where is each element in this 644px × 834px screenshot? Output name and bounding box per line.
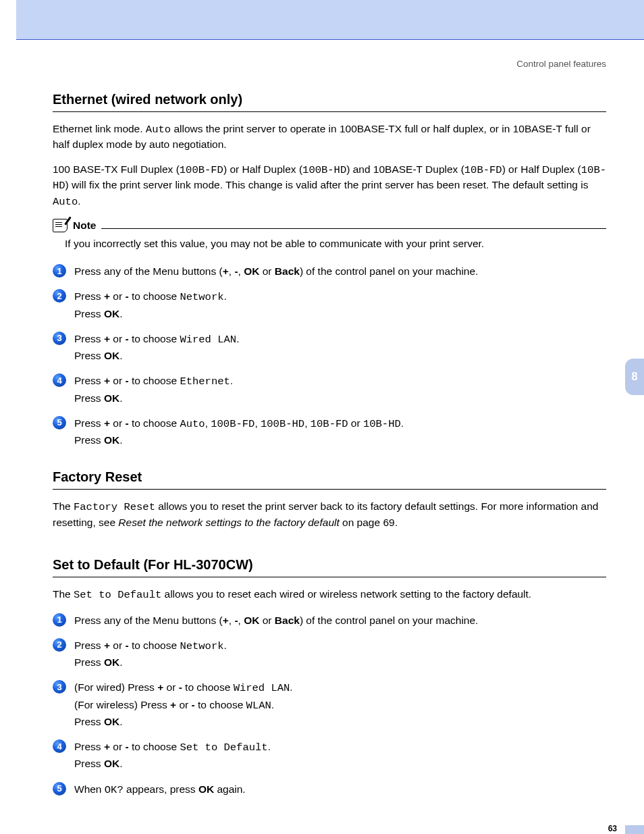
- ethernet-steps: 1 Press any of the Menu buttons (+, -, O…: [53, 263, 606, 448]
- text: .: [401, 417, 404, 429]
- text: or: [110, 417, 125, 429]
- code: Wired LAN: [234, 682, 290, 694]
- text: appears, press: [124, 783, 198, 795]
- step-4: 4 Press + or - to choose Set to Default.…: [53, 739, 606, 772]
- text: ) and 10BASE-T Duplex (: [346, 163, 464, 175]
- factory-para: The Factory Reset allows you to reset th…: [53, 499, 606, 530]
- text: to choose: [129, 333, 180, 344]
- text: OK: [104, 716, 119, 727]
- text: OK: [104, 308, 119, 319]
- rule: [53, 577, 606, 577]
- chapter-tab: 8: [625, 359, 644, 395]
- text: .: [78, 195, 80, 207]
- text: ) will fix the print server link mode. T…: [65, 179, 589, 190]
- code: Ethernet: [180, 375, 230, 388]
- text: .: [119, 716, 122, 727]
- step-2: 2 Press + or - to choose Network. Press …: [53, 288, 606, 321]
- text: or: [176, 699, 191, 710]
- step-body: Press + or - to choose Network. Press OK…: [74, 637, 227, 671]
- text: +: [104, 640, 110, 651]
- text: The: [53, 588, 74, 600]
- ethernet-para-2: 100 BASE-TX Full Duplex (100B-FD) or Hal…: [53, 162, 606, 209]
- text: ,: [238, 265, 244, 277]
- text: ) of the control panel on your machine.: [300, 615, 479, 626]
- step-1: 1 Press any of the Menu buttons (+, -, O…: [53, 263, 606, 279]
- step-body: Press + or - to choose Ethernet. Press O…: [74, 373, 233, 406]
- page-number: 63: [608, 824, 617, 833]
- text: .: [224, 290, 227, 302]
- code: 10B-FD: [311, 418, 348, 430]
- code: Auto: [180, 418, 205, 430]
- text: .: [119, 656, 122, 668]
- step-5: 5 Press + or - to choose Auto, 100B-FD, …: [53, 415, 606, 448]
- code: 100B-FD: [180, 164, 223, 176]
- text: ,: [238, 615, 244, 626]
- step-number-icon: 1: [53, 613, 66, 627]
- rule: [53, 111, 606, 112]
- text: to choose: [182, 681, 234, 693]
- code: Set to Default: [180, 741, 267, 754]
- text: Press: [74, 417, 104, 429]
- text: +: [104, 741, 110, 752]
- text: .: [271, 699, 274, 710]
- step-body: Press + or - to choose Auto, 100B-FD, 10…: [74, 415, 404, 448]
- step-4: 4 Press + or - to choose Ethernet. Press…: [53, 373, 606, 406]
- text: to choose: [195, 699, 246, 710]
- code: Factory Reset: [74, 501, 155, 513]
- note-rule: [101, 228, 606, 229]
- text: Press: [74, 656, 104, 668]
- step-body: Press + or - to choose Network. Press OK…: [74, 288, 227, 321]
- text: Press: [74, 716, 104, 727]
- text: or: [259, 265, 274, 277]
- text: OK: [104, 656, 119, 668]
- code: Wired LAN: [180, 334, 236, 346]
- text: .: [119, 758, 122, 769]
- text: ,: [205, 417, 211, 429]
- text: Press: [74, 290, 104, 302]
- code: Set to Default: [74, 589, 161, 601]
- text: OK: [244, 615, 259, 626]
- heading-ethernet: Ethernet (wired network only): [53, 92, 606, 107]
- text: OK: [104, 758, 119, 769]
- text: to choose: [129, 290, 180, 302]
- text: (For wired) Press: [74, 681, 157, 693]
- top-band: [16, 0, 644, 40]
- text: +: [223, 615, 229, 626]
- step-number-icon: 4: [53, 739, 66, 753]
- step-number-icon: 5: [53, 416, 66, 429]
- ethernet-para-1: Ethernet link mode. Auto allows the prin…: [53, 122, 606, 153]
- text: .: [290, 681, 292, 693]
- code: Network: [180, 291, 223, 303]
- step-number-icon: 5: [53, 782, 66, 796]
- text: Press: [74, 350, 104, 361]
- text: 100 BASE-TX Full Duplex (: [53, 163, 180, 175]
- text: Press: [74, 434, 104, 446]
- step-body: Press + or - to choose Set to Default. P…: [74, 739, 271, 772]
- text: or: [348, 417, 363, 429]
- note-icon: [53, 219, 68, 232]
- text: Back: [275, 265, 300, 277]
- step-body: (For wired) Press + or - to choose Wired…: [74, 679, 293, 729]
- text: ) or Half Duplex (: [223, 163, 302, 175]
- text: OK: [198, 783, 214, 795]
- code: 10B-FD: [464, 164, 502, 176]
- page-content: Control panel features Ethernet (wired n…: [0, 40, 644, 834]
- text: .: [119, 392, 122, 404]
- text: to choose: [129, 417, 180, 429]
- page-number-bar: [625, 825, 644, 834]
- text: ) or Half Duplex (: [502, 163, 581, 175]
- text: Press: [74, 308, 104, 319]
- step-number-icon: 2: [53, 638, 66, 652]
- step-number-icon: 3: [53, 680, 66, 694]
- step-body: Press any of the Menu buttons (+, -, OK …: [74, 263, 478, 279]
- code: WLAN: [246, 700, 271, 712]
- step-3: 3 (For wired) Press + or - to choose Wir…: [53, 679, 606, 729]
- text: .: [119, 434, 122, 446]
- text: or: [110, 741, 125, 752]
- text: .: [268, 741, 271, 752]
- step-5: 5 When OK? appears, press OK again.: [53, 781, 606, 798]
- text: or: [259, 615, 274, 626]
- code: OK?: [105, 784, 124, 796]
- text: Ethernet link mode.: [53, 123, 146, 134]
- text: or: [110, 375, 125, 386]
